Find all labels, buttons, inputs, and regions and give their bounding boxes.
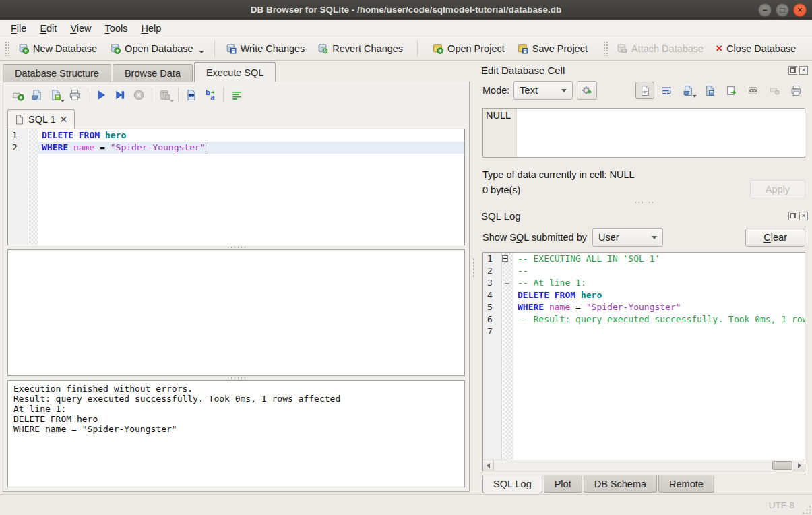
grid-log-splitter[interactable] [3, 376, 469, 380]
print-sql-button[interactable] [65, 86, 84, 104]
cell-log-splitter[interactable] [476, 198, 812, 206]
open-project-icon [432, 42, 443, 54]
menu-edit[interactable]: Edit [33, 22, 63, 35]
filter-label: Show SQL submitted by [482, 232, 587, 243]
new-sql-tab-button[interactable] [9, 86, 28, 104]
export-cell-icon[interactable] [700, 82, 719, 99]
toolbar-drag-handle-2[interactable] [603, 41, 608, 56]
code-line: 7 [483, 326, 805, 338]
code-line: 2-- [483, 265, 805, 277]
close-sql-tab-icon[interactable]: ✕ [60, 114, 68, 125]
write-changes-icon [225, 42, 237, 54]
dock-tabbar: SQL Log Plot DB Schema Remote [476, 471, 812, 494]
open-sql-file-button[interactable] [28, 86, 46, 104]
tab-database-structure[interactable]: Database Structure [3, 64, 111, 82]
print-cell-icon[interactable] [786, 82, 805, 99]
toolbar-drag-handle[interactable] [5, 41, 9, 56]
edit-cell-title: Edit Database Cell [481, 65, 786, 76]
new-database-button[interactable]: New Database [11, 40, 103, 57]
open-database-dropdown[interactable] [199, 51, 204, 53]
editor-results-splitter[interactable] [3, 245, 469, 249]
sql1-tab[interactable]: SQL 1 ✕ [7, 109, 75, 129]
execute-all-button[interactable] [92, 86, 111, 104]
find-button[interactable] [182, 86, 201, 104]
attach-database-button: Attach Database [610, 40, 710, 57]
clear-log-button[interactable]: Clear [745, 229, 805, 247]
sql-editor[interactable]: 1DELETE FROM hero2WHERE name = "Spider-Y… [7, 129, 465, 245]
sql-document-icon [15, 115, 24, 125]
cell-info: Type of data currently in cell: NULL 0 b… [476, 158, 812, 198]
resize-grip[interactable] [802, 505, 811, 514]
svg-text:a: a [210, 94, 215, 101]
stop-execution-button [129, 86, 148, 104]
new-database-icon [18, 42, 29, 54]
cell-editor[interactable]: NULL [482, 108, 805, 158]
attach-database-icon [616, 42, 627, 54]
save-project-button[interactable]: Save Project [511, 40, 594, 57]
write-changes-button[interactable]: Write Changes [219, 40, 311, 57]
sql-log-title: SQL Log [481, 210, 786, 222]
code-line: 1-- EXECUTING ALL IN 'SQL 1' [483, 253, 805, 265]
save-as-icon[interactable] [722, 82, 741, 99]
revert-changes-icon [317, 42, 328, 54]
code-line: 4DELETE FROM hero [483, 289, 805, 301]
save-results-button [156, 86, 175, 104]
minimize-button[interactable]: − [758, 3, 772, 17]
open-database-button[interactable]: Open Database [103, 40, 210, 57]
open-database-icon [109, 42, 121, 54]
tab-execute-sql[interactable]: Execute SQL [194, 62, 276, 82]
close-panel-icon[interactable]: × [799, 66, 808, 75]
open-project-button[interactable]: Open Project [426, 40, 511, 57]
sql-log-header: SQL Log × [476, 206, 812, 222]
menu-tools[interactable]: Tools [98, 22, 135, 35]
edit-cell-toolbar: Mode: Text [476, 77, 812, 104]
menu-view[interactable]: View [63, 22, 98, 35]
maximize-button[interactable]: □ [776, 3, 789, 17]
encoding-indicator[interactable]: UTF-8 [769, 500, 794, 510]
results-grid[interactable] [7, 249, 465, 376]
right-pane: Edit Database Cell × Mode: Text NULL [476, 61, 812, 494]
close-log-panel-icon[interactable]: × [799, 212, 808, 220]
save-sql-file-button[interactable] [46, 86, 65, 104]
execute-sql-panel: ba SQL 1 ✕ 1DELETE FROM hero2WHERE name … [3, 82, 470, 492]
word-wrap-icon[interactable] [657, 82, 676, 99]
submitted-by-select[interactable]: User [592, 228, 663, 247]
sql-file-tabbar: SQL 1 ✕ [3, 108, 469, 129]
code-line: 5WHERE name = "Spider-Youngster" [483, 301, 805, 313]
menubar: File Edit View Tools Help [0, 20, 812, 36]
tab-db-schema[interactable]: DB Schema [584, 475, 657, 493]
tab-remote[interactable]: Remote [658, 475, 714, 493]
menu-file[interactable]: File [4, 22, 33, 35]
code-line: 3-- At line 1: [483, 277, 805, 289]
scrollbar-thumb[interactable] [772, 461, 792, 470]
execute-current-line-button[interactable] [111, 86, 129, 104]
set-null-button[interactable] [577, 81, 597, 100]
scroll-left-icon[interactable] [483, 460, 494, 471]
tab-browse-data[interactable]: Browse Data [113, 64, 193, 82]
code-line: 1DELETE FROM hero [8, 129, 464, 142]
close-button[interactable]: × [793, 3, 807, 17]
tab-sql-log[interactable]: SQL Log [482, 475, 542, 493]
format-sql-button[interactable] [227, 86, 246, 104]
float-panel-icon[interactable] [788, 66, 797, 75]
cell-type-info: Type of data currently in cell: NULL [482, 167, 750, 183]
text-mode-icon[interactable] [635, 82, 654, 99]
statusbar: UTF-8 [0, 494, 812, 515]
revert-changes-button[interactable]: Revert Changes [311, 40, 409, 57]
mode-label: Mode: [482, 85, 509, 96]
import-cell-icon[interactable] [679, 82, 697, 99]
pane-splitter[interactable] [471, 62, 476, 494]
log-horizontal-scrollbar[interactable] [483, 460, 805, 471]
close-database-button[interactable]: × Close Database [710, 40, 802, 57]
mode-select[interactable]: Text [513, 81, 573, 100]
execution-log[interactable]: Execution finished without errors.Result… [7, 380, 465, 487]
find-replace-button[interactable]: ba [201, 86, 220, 104]
copy-link-icon[interactable] [743, 82, 762, 99]
tab-plot[interactable]: Plot [544, 475, 582, 493]
float-log-panel-icon[interactable] [788, 212, 797, 220]
sql-log-view[interactable]: 1-- EXECUTING ALL IN 'SQL 1'2--3-- At li… [482, 252, 805, 471]
apply-button: Apply [750, 180, 805, 198]
edit-cell-header: Edit Database Cell × [476, 61, 812, 77]
scroll-right-icon[interactable] [794, 460, 805, 471]
menu-help[interactable]: Help [134, 22, 168, 35]
